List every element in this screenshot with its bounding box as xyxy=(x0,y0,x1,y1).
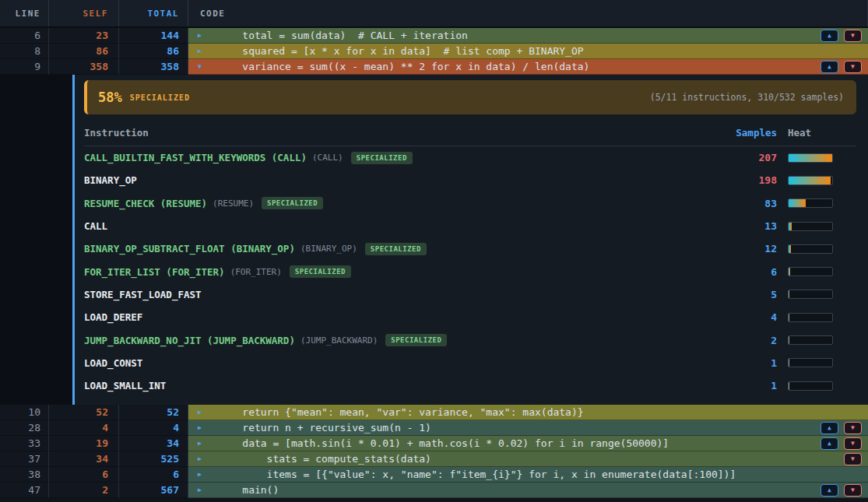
sample-count: 13 xyxy=(726,220,788,232)
column-header-self: SELF xyxy=(49,0,119,26)
column-header-samples: Samples xyxy=(726,127,788,139)
jump-down-button[interactable]: ▼ xyxy=(844,484,862,497)
code-cell[interactable]: ▶ return {"mean": mean, "var": variance,… xyxy=(188,405,868,420)
instruction-name-cell: CALL_BUILTIN_FAST_WITH_KEYWORDS (CALL)(C… xyxy=(84,152,726,164)
instruction-name: FOR_ITER_LIST (FOR_ITER) xyxy=(84,266,225,278)
heat-bar-cell xyxy=(788,267,856,276)
jump-down-button[interactable]: ▼ xyxy=(844,437,862,450)
self-samples: 52 xyxy=(49,405,119,420)
expand-arrow-icon[interactable]: ▶ xyxy=(198,409,218,416)
code-line-row: 105252▶ return {"mean": mean, "var": var… xyxy=(0,405,868,420)
line-number: 8 xyxy=(0,44,49,59)
heat-bar-fill xyxy=(789,177,831,184)
specialized-badge: SPECIALIZED xyxy=(290,265,351,278)
heat-bar-track xyxy=(788,381,833,391)
instruction-name: LOAD_DEREF xyxy=(84,311,142,323)
expand-arrow-icon[interactable]: ▶ xyxy=(198,455,218,462)
code-cell[interactable]: ▶ main()▲▼ xyxy=(188,483,868,498)
heat-bar-cell xyxy=(788,198,856,208)
expand-arrow-icon[interactable]: ▶ xyxy=(198,47,218,54)
code-text: total = sum(data) # CALL + iteration xyxy=(218,30,468,41)
code-text: return {"mean": mean, "var": variance, "… xyxy=(218,406,584,418)
instruction-name-cell: FOR_ITER_LIST (FOR_ITER)(FOR_ITER)SPECIA… xyxy=(84,265,726,278)
heat-bar-track xyxy=(788,153,833,163)
instruction-row: CALL_BUILTIN_FAST_WITH_KEYWORDS (CALL)(C… xyxy=(84,146,856,169)
heat-bar-track xyxy=(788,290,833,299)
instruction-name: LOAD_CONST xyxy=(84,357,142,369)
specialized-badge: SPECIALIZED xyxy=(351,152,413,164)
jump-up-button[interactable]: ▲ xyxy=(821,61,838,73)
sample-count: 1 xyxy=(726,380,788,391)
code-cell[interactable]: ▶ data = [math.sin(i * 0.01) + math.cos(… xyxy=(188,436,868,451)
self-samples: 358 xyxy=(49,59,119,75)
code-text: items = [{"value": x, "name": f"item_{i}… xyxy=(218,469,736,480)
instruction-name: BINARY_OP xyxy=(84,174,137,186)
jump-up-button[interactable]: ▲ xyxy=(821,30,838,42)
code-line-row: 331934▶ data = [math.sin(i * 0.01) + mat… xyxy=(0,436,868,451)
jump-buttons: ▼ xyxy=(844,453,862,465)
code-text: data = [math.sin(i * 0.01) + math.cos(i … xyxy=(218,437,669,449)
instruction-name: BINARY_OP_SUBTRACT_FLOAT (BINARY_OP) xyxy=(84,243,295,255)
panel-body: 58% SPECIALIZED (5/11 instructions, 310/… xyxy=(75,75,868,405)
instruction-name-cell: CALL xyxy=(84,220,726,232)
code-text: stats = compute_stats(data) xyxy=(218,453,431,465)
expand-arrow-icon[interactable]: ▶ xyxy=(198,32,218,39)
sample-count: 6 xyxy=(726,266,788,278)
total-samples: 525 xyxy=(119,451,188,467)
jump-down-button[interactable]: ▼ xyxy=(844,61,862,73)
self-samples: 4 xyxy=(49,420,119,436)
code-line-row: 88686▶ squared = [x * x for x in data] #… xyxy=(0,44,868,59)
code-line-row: 3866▶ items = [{"value": x, "name": f"it… xyxy=(0,467,868,483)
expand-arrow-icon[interactable]: ▶ xyxy=(198,486,218,493)
jump-down-button[interactable]: ▼ xyxy=(844,453,862,465)
code-cell[interactable]: ▶ stats = compute_stats(data)▼ xyxy=(188,451,868,467)
heat-bar-track xyxy=(788,222,833,231)
sample-count: 198 xyxy=(726,174,788,186)
code-cell[interactable]: ▶ return n + recursive_sum(n - 1)▲▼ xyxy=(188,420,868,436)
code-cell[interactable]: ▼ variance = sum((x - mean) ** 2 for x i… xyxy=(188,59,868,75)
jump-down-button[interactable]: ▼ xyxy=(844,30,862,42)
expand-arrow-icon[interactable]: ▶ xyxy=(198,471,218,478)
heat-bar-fill xyxy=(789,314,789,321)
instruction-name-cell: RESUME_CHECK (RESUME)(RESUME)SPECIALIZED xyxy=(84,197,726,209)
heat-bar-fill xyxy=(789,199,806,207)
heat-bar-fill xyxy=(789,382,789,390)
heat-bar-fill xyxy=(789,223,792,230)
specialized-label: SPECIALIZED xyxy=(130,93,190,102)
instruction-name: LOAD_SMALL_INT xyxy=(84,380,166,391)
heat-bar-fill xyxy=(789,154,832,162)
instruction-name-cell: BINARY_OP xyxy=(84,174,726,186)
jump-up-button[interactable]: ▲ xyxy=(821,437,838,450)
jump-down-button[interactable]: ▼ xyxy=(844,422,862,434)
heat-bar-track xyxy=(788,244,833,254)
collapse-arrow-icon[interactable]: ▼ xyxy=(198,63,218,70)
column-header-code: CODE xyxy=(188,0,868,26)
code-line-row: 9358358▼ variance = sum((x - mean) ** 2 … xyxy=(0,59,868,75)
jump-up-button[interactable]: ▲ xyxy=(821,484,838,497)
expand-arrow-icon[interactable]: ▶ xyxy=(198,424,218,431)
base-instruction: (BINARY_OP) xyxy=(300,244,357,254)
heat-bar-track xyxy=(788,358,833,367)
jump-buttons: ▲▼ xyxy=(821,484,862,497)
instruction-name-cell: LOAD_SMALL_INT xyxy=(84,380,726,391)
self-samples: 23 xyxy=(49,28,119,44)
code-cell[interactable]: ▶ items = [{"value": x, "name": f"item_{… xyxy=(188,467,868,483)
total-samples: 567 xyxy=(119,483,188,498)
line-number: 10 xyxy=(0,405,49,420)
self-samples: 19 xyxy=(49,436,119,451)
instruction-row: CALL13 xyxy=(84,215,856,237)
total-samples: 52 xyxy=(119,405,188,420)
expand-arrow-icon[interactable]: ▶ xyxy=(198,440,218,447)
specialization-counts: (5/11 instructions, 310/532 samples) xyxy=(650,92,844,103)
code-cell[interactable]: ▶ total = sum(data) # CALL + iteration▲▼ xyxy=(188,28,868,44)
table-header: LINE SELF TOTAL CODE xyxy=(0,0,868,28)
line-number: 6 xyxy=(0,28,49,44)
self-samples: 86 xyxy=(49,44,119,59)
jump-up-button[interactable]: ▲ xyxy=(821,422,838,434)
heat-bar-fill xyxy=(789,336,789,344)
total-samples: 144 xyxy=(119,28,188,44)
specialization-summary-box: 58% SPECIALIZED (5/11 instructions, 310/… xyxy=(84,80,856,114)
code-cell[interactable]: ▶ squared = [x * x for x in data] # list… xyxy=(188,44,868,59)
base-instruction: (JUMP_BACKWARD) xyxy=(300,335,378,346)
sample-count: 4 xyxy=(726,311,788,323)
